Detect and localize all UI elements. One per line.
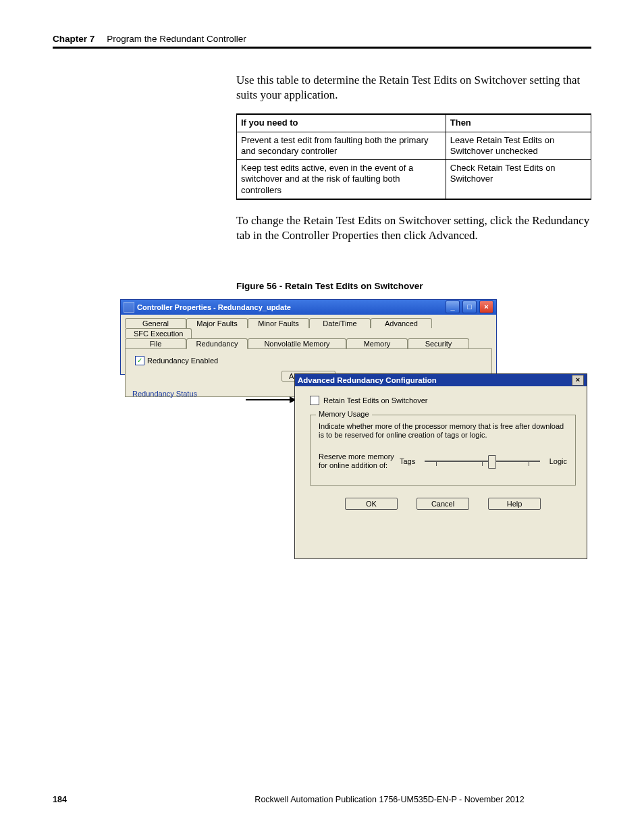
page-header: Chapter 7 Program the Redundant Controll… <box>53 34 591 44</box>
retain-test-edits-checkbox[interactable]: Retain Test Edits on Switchover <box>310 396 576 405</box>
tab-date-time[interactable]: Date/Time <box>309 318 371 328</box>
slider-track[interactable] <box>425 461 539 462</box>
figure-56: Controller Properties - Redundancy_updat… <box>120 299 586 560</box>
figure-caption: Figure 56 - Retain Test Edits on Switcho… <box>236 280 591 292</box>
app-icon <box>124 302 134 313</box>
memory-slider[interactable]: Tags Logic <box>400 457 567 465</box>
checkbox-label: Redundancy Enabled <box>147 357 218 365</box>
tab-row-1: General Major Faults Minor Faults Date/T… <box>121 315 496 338</box>
tab-redundancy[interactable]: Redundancy <box>186 338 248 349</box>
dialog-titlebar[interactable]: Advanced Redundancy Configuration × <box>295 374 587 386</box>
minimize-button[interactable]: _ <box>446 301 460 313</box>
body-column: Use this table to determine the Retain T… <box>236 73 591 292</box>
slider-end-tags: Tags <box>400 457 415 465</box>
header-rule <box>53 47 591 49</box>
group-description: Indicate whether more of the processor m… <box>319 422 567 441</box>
slider-end-logic: Logic <box>549 457 567 465</box>
page-footer: 184 Rockwell Automation Publication 1756… <box>53 795 591 804</box>
tab-security[interactable]: Security <box>408 338 469 349</box>
dialog-close-button[interactable]: × <box>572 375 584 386</box>
tab-file[interactable]: File <box>125 338 186 349</box>
intro-paragraph-1: Use this table to determine the Retain T… <box>236 73 591 103</box>
table-cell: Prevent a test edit from faulting both t… <box>237 132 446 160</box>
table-row: Keep test edits active, even in the even… <box>237 160 591 199</box>
tab-sfc[interactable]: SFC Execution <box>125 328 192 338</box>
tab-major-faults[interactable]: Major Faults <box>186 318 248 328</box>
page-number: 184 <box>53 795 188 804</box>
tab-minor-faults[interactable]: Minor Faults <box>248 318 309 328</box>
cancel-button[interactable]: Cancel <box>417 498 469 510</box>
table-cell: Check Retain Test Edits on Switchover <box>446 160 591 199</box>
tab-advanced[interactable]: Advanced <box>371 318 432 328</box>
table-cell: Keep test edits active, even in the even… <box>237 160 446 199</box>
callout-arrow <box>246 399 296 401</box>
checkbox-label: Retain Test Edits on Switchover <box>323 396 427 405</box>
decision-table: If you need to Then Prevent a test edit … <box>236 113 591 200</box>
tab-nonvolatile[interactable]: Nonvolatile Memory <box>248 338 346 349</box>
controller-properties-window: Controller Properties - Redundancy_updat… <box>120 299 497 375</box>
tab-general[interactable]: General <box>125 318 186 328</box>
dialog-title: Advanced Redundancy Configuration <box>298 376 437 384</box>
titlebar[interactable]: Controller Properties - Redundancy_updat… <box>121 300 496 315</box>
slider-label: Reserve more memory for online addition … <box>319 452 400 470</box>
slider-thumb[interactable] <box>488 455 496 469</box>
maximize-button[interactable]: □ <box>462 301 477 313</box>
intro-paragraph-2: To change the Retain Test Edits on Switc… <box>236 213 591 244</box>
table-header-need: If you need to <box>237 114 446 132</box>
redundancy-enabled-checkbox[interactable]: ✓ Redundancy Enabled <box>132 356 485 365</box>
table-cell: Leave Retain Test Edits on Switchover un… <box>446 132 591 160</box>
help-button[interactable]: Help <box>488 498 541 510</box>
chapter-number: Chapter 7 <box>53 34 95 44</box>
close-button[interactable]: × <box>479 301 493 313</box>
dialog-button-row: OK Cancel Help <box>310 498 576 510</box>
tab-row-2: File Redundancy Nonvolatile Memory Memor… <box>121 338 496 348</box>
memory-usage-group: Memory Usage Indicate whether more of th… <box>310 415 576 486</box>
cutoff-text: Redundancy Status <box>132 390 197 398</box>
ok-button[interactable]: OK <box>345 498 398 510</box>
window-title: Controller Properties - Redundancy_updat… <box>137 303 291 311</box>
checkbox-icon: ✓ <box>135 356 144 365</box>
checkbox-icon <box>310 396 319 405</box>
chapter-title: Program the Redundant Controller <box>107 34 246 44</box>
tab-memory[interactable]: Memory <box>346 338 408 349</box>
group-legend: Memory Usage <box>316 410 372 418</box>
table-header-then: Then <box>446 114 591 132</box>
advanced-redundancy-dialog: Advanced Redundancy Configuration × Reta… <box>294 373 587 559</box>
publication-line: Rockwell Automation Publication 1756-UM5… <box>188 795 591 804</box>
table-row: Prevent a test edit from faulting both t… <box>237 132 591 160</box>
